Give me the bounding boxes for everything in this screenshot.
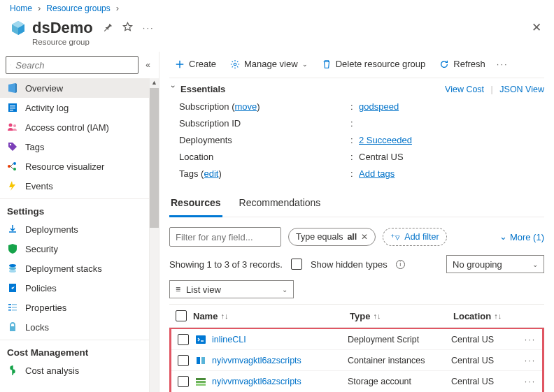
- sidebar-item-label: Events: [25, 181, 53, 191]
- subscription-value[interactable]: godspeed: [359, 101, 399, 112]
- list-icon: ≡: [176, 284, 180, 294]
- divider: |: [487, 85, 497, 94]
- row-checkbox[interactable]: [178, 334, 189, 345]
- grouping-value: No grouping: [453, 259, 502, 270]
- manage-view-button[interactable]: Manage view ⌄: [225, 56, 313, 72]
- collapse-sidebar-icon[interactable]: «: [143, 59, 153, 71]
- sort-icon: ↑↓: [373, 312, 381, 320]
- row-more-icon[interactable]: ···: [525, 335, 536, 344]
- sidebar-item-label: Deployments: [25, 224, 78, 235]
- subscription-id-value: [359, 118, 544, 129]
- refresh-button[interactable]: Refresh: [434, 56, 491, 72]
- resource-visualizer-icon: [7, 161, 18, 172]
- location-value: Central US: [359, 152, 544, 162]
- more-icon[interactable]: ···: [143, 22, 155, 33]
- listview-dropdown[interactable]: ≡ List view ⌄: [169, 280, 294, 298]
- table-row[interactable]: nyivvmvagktl6azscripts Container instanc…: [171, 350, 542, 371]
- star-icon[interactable]: [122, 22, 133, 34]
- add-tags-link[interactable]: Add tags: [359, 168, 395, 179]
- search-field[interactable]: [15, 60, 134, 71]
- tags-edit-link[interactable]: edit: [204, 168, 218, 179]
- clear-filter-icon[interactable]: ✕: [361, 232, 368, 242]
- svg-rect-4: [10, 108, 15, 108]
- svg-point-14: [9, 264, 16, 267]
- table-header: Name↑↓ Type↑↓ Location↑↓: [169, 304, 544, 328]
- filter-input[interactable]: [169, 227, 281, 247]
- table-row[interactable]: nyivvmvagktl6azscripts Storage account C…: [171, 371, 542, 392]
- sidebar-item-access-control[interactable]: Access control (IAM): [0, 117, 149, 137]
- subscription-label: Subscription (move): [179, 101, 350, 112]
- sidebar-item-security[interactable]: Security: [0, 239, 149, 259]
- grouping-dropdown[interactable]: No grouping ⌄: [446, 255, 544, 273]
- sidebar-item-tags[interactable]: Tags: [0, 137, 149, 157]
- sidebar-item-activity-log[interactable]: Activity log: [0, 98, 149, 117]
- resource-link[interactable]: nyivvmvagktl6azscripts: [212, 356, 301, 365]
- create-button[interactable]: Create: [169, 56, 222, 72]
- close-icon[interactable]: ✕: [529, 17, 544, 38]
- row-checkbox[interactable]: [178, 355, 189, 366]
- sidebar-item-overview[interactable]: Overview: [0, 78, 149, 98]
- svg-point-16: [9, 270, 16, 273]
- tab-recommendations[interactable]: Recommendations: [238, 191, 322, 217]
- table-row[interactable]: inlineCLI Deployment Script Central US ·…: [171, 329, 542, 350]
- sidebar-item-locks[interactable]: Locks: [0, 317, 149, 337]
- column-type[interactable]: Type↑↓: [350, 311, 453, 321]
- location-label: Location: [179, 152, 350, 162]
- deployments-label: Deployments: [179, 135, 350, 145]
- create-label: Create: [189, 59, 216, 69]
- lock-icon: [7, 321, 18, 333]
- row-more-icon[interactable]: ···: [525, 356, 536, 365]
- essentials-header[interactable]: › Essentials View Cost | JSON View: [169, 78, 544, 99]
- view-cost-link[interactable]: View Cost: [445, 85, 484, 94]
- activity-log-icon: [7, 102, 18, 113]
- svg-point-15: [9, 267, 16, 270]
- row-more-icon[interactable]: ···: [525, 377, 536, 386]
- policies-icon: [7, 282, 18, 293]
- nav-list: Overview Activity log Access control (IA…: [0, 78, 149, 392]
- type-filter-pill[interactable]: Type equals all ✕: [288, 228, 376, 246]
- show-hidden-checkbox[interactable]: [291, 259, 302, 270]
- svg-point-11: [13, 168, 16, 170]
- sidebar-scrollbar[interactable]: ▲: [149, 78, 159, 392]
- breadcrumb-resource-groups[interactable]: Resource groups: [46, 3, 110, 13]
- resource-link[interactable]: nyivvmvagktl6azscripts: [212, 377, 301, 386]
- sidebar-item-cost-analysis[interactable]: Cost analysis: [0, 361, 149, 380]
- select-all-checkbox[interactable]: [176, 310, 187, 321]
- breadcrumb-home[interactable]: Home: [10, 3, 32, 13]
- svg-rect-19: [12, 304, 17, 305]
- overview-icon: [7, 82, 18, 94]
- shield-icon: [7, 243, 18, 254]
- delete-resource-group-button[interactable]: Delete resource group: [316, 56, 432, 72]
- sidebar-item-resource-visualizer[interactable]: Resource visualizer: [0, 157, 149, 176]
- sidebar-item-label: Activity log: [25, 103, 69, 113]
- sidebar-item-policies[interactable]: Policies: [0, 278, 149, 298]
- row-checkbox[interactable]: [178, 376, 189, 387]
- column-name[interactable]: Name↑↓: [193, 311, 350, 321]
- add-filter-button[interactable]: ⁺▿ Add filter: [383, 228, 446, 246]
- info-icon[interactable]: i: [396, 260, 405, 269]
- resource-group-icon: [10, 20, 27, 36]
- svg-point-0: [10, 65, 11, 66]
- sidebar-item-properties[interactable]: Properties: [0, 298, 149, 317]
- sidebar-item-label: Policies: [25, 283, 57, 293]
- controls-row: Showing 1 to 3 of 3 records. Show hidden…: [169, 252, 544, 279]
- listview-label: List view: [186, 284, 221, 295]
- deployments-value[interactable]: 2 Succeeded: [359, 135, 412, 145]
- toolbar-more-icon[interactable]: ···: [497, 59, 509, 69]
- svg-rect-22: [8, 310, 11, 311]
- resource-link[interactable]: inlineCLI: [212, 335, 246, 344]
- cost-analysis-icon: [7, 365, 18, 376]
- search-input[interactable]: [6, 56, 138, 74]
- subscription-move-link[interactable]: move: [235, 101, 257, 112]
- more-filters-link[interactable]: More (1): [499, 232, 544, 242]
- svg-rect-23: [12, 310, 17, 311]
- column-location[interactable]: Location↑↓: [453, 311, 520, 321]
- sidebar-item-deployments[interactable]: Deployments: [0, 219, 149, 239]
- json-view-link[interactable]: JSON View: [499, 85, 544, 94]
- svg-line-12: [10, 164, 13, 166]
- sidebar-item-events[interactable]: Events: [0, 176, 149, 196]
- sidebar-item-deployment-stacks[interactable]: Deployment stacks: [0, 259, 149, 278]
- chevron-down-icon: ⌄: [302, 61, 308, 68]
- tab-resources[interactable]: Resources: [169, 191, 222, 217]
- pin-icon[interactable]: [103, 22, 113, 34]
